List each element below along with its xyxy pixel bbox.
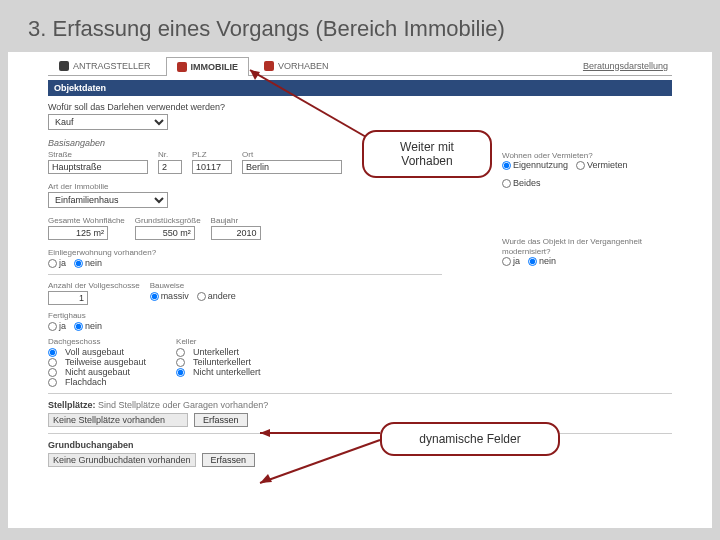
tab-vorhaben[interactable]: VORHABEN: [253, 56, 340, 75]
modern-ja[interactable]: ja: [502, 256, 520, 266]
bau-label: Bauweise: [150, 281, 236, 290]
target-icon: [264, 61, 274, 71]
tab-label: IMMOBILIE: [191, 62, 239, 72]
plz-input[interactable]: [192, 160, 232, 174]
dach-flach[interactable]: Flachdach: [48, 377, 146, 387]
art-select[interactable]: Einfamilienhaus: [48, 192, 168, 208]
beratung-link[interactable]: Beratungsdarstellung: [583, 61, 672, 71]
stell-select[interactable]: Keine Stellplätze vorhanden: [48, 413, 188, 427]
wohnverm-label: Wohnen oder Vermieten?: [502, 151, 593, 160]
nr-label: Nr.: [158, 150, 182, 159]
fertig-ja[interactable]: ja: [48, 321, 66, 331]
tab-bar: ANTRAGSTELLER IMMOBILIE VORHABEN Beratun…: [48, 52, 672, 76]
wf-label: Gesamte Wohnfläche: [48, 216, 125, 225]
tab-label: ANTRAGSTELLER: [73, 61, 151, 71]
callout-weiter-vorhaben: Weiter mitVorhaben: [362, 130, 492, 178]
plz-label: PLZ: [192, 150, 232, 159]
elw-ja[interactable]: ja: [48, 258, 66, 268]
art-label: Art der Immobilie: [48, 182, 442, 191]
elw-nein[interactable]: nein: [74, 258, 102, 268]
elw-label: Einliegerwohnung vorhanden?: [48, 248, 442, 257]
keller-label: Keller: [176, 337, 261, 346]
stell-header: Stellplätze:: [48, 400, 96, 410]
strasse-input[interactable]: [48, 160, 148, 174]
keller-teil[interactable]: Teilunterkellert: [176, 357, 261, 367]
voll-label: Anzahl der Vollgeschosse: [48, 281, 140, 290]
strasse-label: Straße: [48, 150, 148, 159]
grund-erfassen-button[interactable]: Erfassen: [202, 453, 256, 467]
slide-title: 3. Erfassung eines Vorgangs (Bereich Imm…: [0, 0, 720, 52]
bau-massiv[interactable]: massiv: [150, 291, 189, 301]
person-icon: [59, 61, 69, 71]
grund-header: Grundbuchangaben: [48, 440, 672, 450]
bj-label: Baujahr: [211, 216, 261, 225]
dach-label: Dachgeschoss: [48, 337, 146, 346]
app-screenshot: ANTRAGSTELLER IMMOBILIE VORHABEN Beratun…: [8, 52, 712, 528]
gs-label: Grundstücksgröße: [135, 216, 201, 225]
gs-input[interactable]: [135, 226, 195, 240]
usage-question: Wofür soll das Darlehen verwendet werden…: [48, 102, 672, 112]
stell-erfassen-button[interactable]: Erfassen: [194, 413, 248, 427]
keller-unter[interactable]: Unterkellert: [176, 347, 261, 357]
grund-select[interactable]: Keine Grundbuchdaten vorhanden: [48, 453, 196, 467]
usage-select[interactable]: Kauf: [48, 114, 168, 130]
ort-input[interactable]: [242, 160, 342, 174]
tab-immobilie[interactable]: IMMOBILIE: [166, 57, 250, 76]
section-header: Objektdaten: [48, 80, 672, 96]
bau-andere[interactable]: andere: [197, 291, 236, 301]
voll-input[interactable]: [48, 291, 88, 305]
dach-nicht[interactable]: Nicht ausgebaut: [48, 367, 146, 377]
callout-dynamische-felder: dynamische Felder: [380, 422, 560, 456]
dach-teil[interactable]: Teilweise ausgebaut: [48, 357, 146, 367]
tab-antragsteller[interactable]: ANTRAGSTELLER: [48, 56, 162, 75]
nr-input[interactable]: [158, 160, 182, 174]
ort-label: Ort: [242, 150, 342, 159]
eigennutzung[interactable]: Eigennutzung: [502, 160, 568, 170]
stell-question: Sind Stellplätze oder Garagen vorhanden?: [98, 400, 268, 410]
dach-voll[interactable]: Voll ausgebaut: [48, 347, 146, 357]
vermieten[interactable]: Vermieten: [576, 160, 628, 170]
beides[interactable]: Beides: [502, 178, 541, 188]
fertig-label: Fertighaus: [48, 311, 442, 320]
keller-nicht[interactable]: Nicht unterkellert: [176, 367, 261, 377]
house-icon: [177, 62, 187, 72]
wf-input[interactable]: [48, 226, 108, 240]
tab-label: VORHABEN: [278, 61, 329, 71]
modern-label: Wurde das Objekt in der Vergangenheit mo…: [502, 237, 642, 256]
fertig-nein[interactable]: nein: [74, 321, 102, 331]
bj-input[interactable]: [211, 226, 261, 240]
basis-header: Basisangaben: [48, 138, 672, 148]
modern-nein[interactable]: nein: [528, 256, 556, 266]
